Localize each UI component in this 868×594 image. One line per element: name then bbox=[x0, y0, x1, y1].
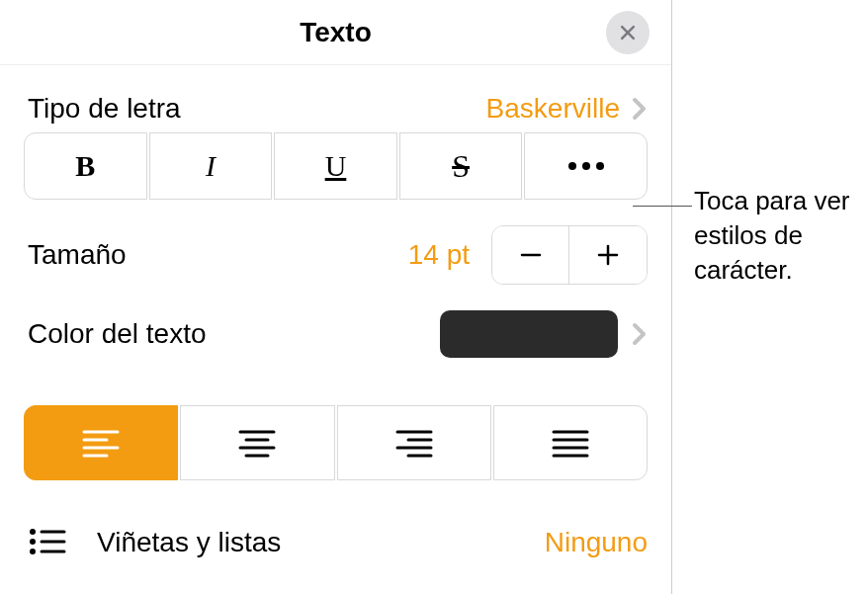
more-icon bbox=[568, 162, 604, 170]
strikethrough-button[interactable]: S bbox=[399, 132, 523, 200]
text-color-label: Color del texto bbox=[28, 318, 207, 350]
align-right-icon bbox=[394, 428, 434, 458]
chevron-right-icon bbox=[632, 321, 648, 347]
align-left-button[interactable] bbox=[24, 405, 178, 480]
italic-button[interactable]: I bbox=[149, 132, 273, 200]
text-color-row[interactable]: Color del texto bbox=[0, 302, 671, 378]
text-color-swatch[interactable] bbox=[440, 310, 618, 358]
align-right-button[interactable] bbox=[337, 405, 491, 480]
svg-point-21 bbox=[30, 529, 36, 535]
bullets-row[interactable]: Viñetas y listas Ninguno bbox=[0, 498, 671, 559]
size-stepper bbox=[491, 225, 648, 285]
panel-title: Texto bbox=[300, 17, 372, 48]
chevron-right-icon bbox=[632, 96, 648, 122]
font-label: Tipo de letra bbox=[28, 93, 181, 125]
minus-icon bbox=[517, 241, 545, 269]
more-styles-button[interactable] bbox=[524, 132, 648, 200]
size-decrease-button[interactable] bbox=[492, 226, 569, 284]
close-icon bbox=[618, 23, 638, 42]
size-value: 14 pt bbox=[408, 239, 470, 271]
align-justify-button[interactable] bbox=[493, 405, 648, 480]
plus-icon bbox=[594, 241, 622, 269]
size-row: Tamaño 14 pt bbox=[0, 217, 671, 302]
alignment-group bbox=[0, 387, 671, 498]
svg-point-23 bbox=[30, 539, 36, 545]
bold-button[interactable]: B bbox=[24, 132, 147, 200]
text-format-panel: Texto Tipo de letra Baskerville B I U S … bbox=[0, 0, 672, 594]
bullets-icon bbox=[28, 526, 67, 559]
underline-button[interactable]: U bbox=[274, 132, 397, 200]
svg-point-25 bbox=[30, 549, 36, 554]
align-center-button[interactable] bbox=[180, 405, 334, 480]
size-label: Tamaño bbox=[28, 239, 127, 271]
text-style-group: B I U S bbox=[0, 132, 671, 217]
bullets-label: Viñetas y listas bbox=[97, 527, 281, 558]
panel-header: Texto bbox=[0, 0, 671, 65]
close-button[interactable] bbox=[606, 11, 650, 54]
bullets-value: Ninguno bbox=[545, 527, 648, 558]
align-center-icon bbox=[237, 428, 277, 458]
align-left-icon bbox=[81, 428, 121, 458]
font-value: Baskerville bbox=[486, 93, 620, 125]
align-justify-icon bbox=[551, 428, 590, 458]
size-increase-button[interactable] bbox=[569, 226, 647, 284]
callout-connector bbox=[633, 206, 692, 207]
callout-text: Toca para ver estilos de carácter. bbox=[694, 184, 862, 288]
font-row[interactable]: Tipo de letra Baskerville bbox=[0, 65, 671, 132]
